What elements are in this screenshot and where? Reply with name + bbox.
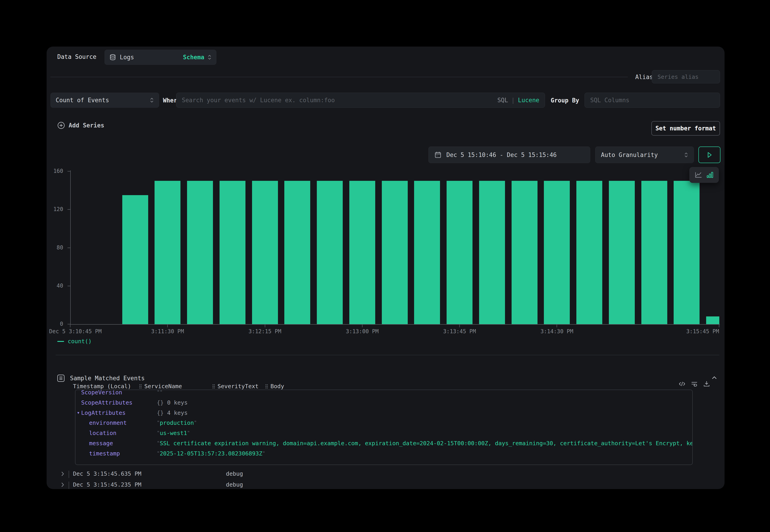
bar-chart-icon[interactable] xyxy=(706,172,714,178)
event-row[interactable]: Dec 5 3:15:45.635 PMdebug xyxy=(47,469,725,479)
chart-bar[interactable] xyxy=(609,181,635,324)
chart-bar[interactable] xyxy=(479,181,505,324)
code-icon[interactable] xyxy=(678,380,686,387)
chart-bar[interactable] xyxy=(414,181,440,324)
key-count: 0 keys xyxy=(164,399,187,406)
chart-bar[interactable] xyxy=(187,181,213,324)
chart-bar[interactable] xyxy=(447,181,473,324)
attribute-value-text: us-west1 xyxy=(160,430,187,436)
x-axis-tick xyxy=(459,325,460,327)
drag-handle-icon[interactable] xyxy=(212,384,215,389)
legend-swatch xyxy=(57,341,64,342)
attribute-value: {} 0 keys xyxy=(157,399,187,406)
event-timestamp: Dec 5 3:15:45.235 PM xyxy=(73,481,141,488)
expanded-attribute-row[interactable]: ScopeVersion"" xyxy=(75,390,692,398)
x-axis-tick xyxy=(719,325,719,327)
key-count: 4 keys xyxy=(164,410,187,416)
time-series-chart[interactable]: 04080120160Dec 5 3:10:45 PM3:11:30 PM3:1… xyxy=(47,47,725,351)
y-axis-tick xyxy=(67,248,70,248)
drag-handle-icon[interactable] xyxy=(139,384,142,389)
open-quote: " xyxy=(157,390,160,395)
chart-bar[interactable] xyxy=(349,181,375,324)
expanded-attribute-row[interactable]: environment"production" xyxy=(75,418,692,428)
close-quote: " xyxy=(262,451,265,456)
x-axis-tick xyxy=(362,325,362,327)
expanded-attribute-row[interactable]: location"us-west1" xyxy=(75,428,692,438)
list-icon xyxy=(57,374,65,382)
event-timestamp: Dec 5 3:15:45.635 PM xyxy=(73,470,141,477)
chart-bar[interactable] xyxy=(252,181,278,324)
expanded-attribute-row[interactable]: message"SSL certificate expiration warni… xyxy=(75,439,692,449)
x-axis-tick xyxy=(265,325,265,327)
y-axis-tick-label: 160 xyxy=(47,168,63,174)
chart-bar[interactable] xyxy=(122,195,148,324)
y-axis-tick-label: 80 xyxy=(47,244,63,251)
chart-bar[interactable] xyxy=(154,181,180,324)
chart-type-toggle xyxy=(689,167,719,183)
close-quote: " xyxy=(187,430,190,436)
attribute-value: "production" xyxy=(157,420,197,426)
y-axis-tick xyxy=(67,324,70,324)
x-axis-tick-label: 3:11:30 PM xyxy=(151,328,184,335)
drag-handle-icon[interactable] xyxy=(265,384,268,389)
y-axis-tick xyxy=(67,209,70,210)
open-quote: " xyxy=(157,420,160,425)
event-severity: debug xyxy=(226,481,243,488)
x-axis-tick-label: 3:15:45 PM xyxy=(686,328,719,335)
sample-events-header: Sample Matched Events xyxy=(57,374,145,382)
attribute-value: "SSL certificate expiration warning, dom… xyxy=(157,440,693,447)
legend-series-name: count() xyxy=(68,338,92,345)
close-quote: " xyxy=(160,390,163,395)
chart-bar[interactable] xyxy=(706,316,719,324)
divider xyxy=(56,355,719,355)
event-row[interactable]: Dec 5 3:15:45.235 PMdebug xyxy=(47,480,725,489)
chart-bar[interactable] xyxy=(382,181,408,324)
chart-bar[interactable] xyxy=(219,181,245,324)
x-axis-tick xyxy=(557,325,557,327)
open-quote: " xyxy=(157,440,160,446)
sample-events-title: Sample Matched Events xyxy=(70,375,145,382)
expanded-attribute-row[interactable]: ▾LogAttributes{} 4 keys xyxy=(75,408,692,418)
close-quote: " xyxy=(194,420,197,425)
attribute-value: "" xyxy=(157,390,162,396)
expanded-attribute-row[interactable]: ScopeAttributes{} 0 keys xyxy=(75,398,692,408)
chart-bar[interactable] xyxy=(544,181,570,324)
download-icon[interactable] xyxy=(703,380,710,387)
event-severity: debug xyxy=(226,470,243,477)
attribute-value-text: production xyxy=(160,420,194,426)
attribute-key: message xyxy=(89,440,113,447)
column-header-timestamp[interactable]: Timestamp (Local) xyxy=(73,383,131,390)
expanded-attribute-row[interactable]: timestamp"2025-12-05T13:57:23.082306893Z… xyxy=(75,449,692,459)
y-axis-tick-label: 0 xyxy=(47,321,63,327)
y-axis-tick-label: 120 xyxy=(47,206,63,212)
collapse-section-button[interactable] xyxy=(711,375,717,380)
column-header-severitytext[interactable]: SeverityText xyxy=(212,383,259,390)
attribute-value-text: 2025-12-05T13:57:23.082306893Z xyxy=(160,450,262,457)
line-chart-icon[interactable] xyxy=(695,172,702,178)
chart-legend: count() xyxy=(57,338,92,345)
collapse-caret-icon: ▾ xyxy=(77,410,80,415)
chart-bar[interactable] xyxy=(576,181,602,324)
x-axis-tick-label: 3:14:30 PM xyxy=(541,328,573,335)
events-toolbar xyxy=(678,380,710,387)
attribute-value: "2025-12-05T13:57:23.082306893Z" xyxy=(157,450,265,457)
x-axis-tick-label: 3:12:15 PM xyxy=(248,328,281,335)
chevron-right-icon xyxy=(60,471,65,477)
column-header-body[interactable]: Body xyxy=(265,383,284,390)
y-axis-line xyxy=(70,170,71,325)
y-axis-tick xyxy=(67,286,70,286)
chart-bar[interactable] xyxy=(641,181,667,324)
query-builder-card: Data Source Logs Schema Alias Count of E… xyxy=(47,47,725,489)
attribute-key: ScopeVersion xyxy=(81,390,122,396)
column-header-servicename[interactable]: ServiceName xyxy=(139,383,182,390)
chart-bar[interactable] xyxy=(674,181,700,324)
attribute-value: {} 4 keys xyxy=(157,410,187,416)
chart-bar[interactable] xyxy=(512,181,538,324)
y-axis-tick xyxy=(67,171,70,172)
attribute-value: "us-west1" xyxy=(157,430,190,436)
text-wrap-icon[interactable] xyxy=(691,380,698,387)
x-axis-tick-label: Dec 5 3:10:45 PM xyxy=(49,328,102,335)
y-axis-tick-label: 40 xyxy=(47,283,63,289)
chart-bar[interactable] xyxy=(317,181,343,324)
chart-bar[interactable] xyxy=(284,181,310,324)
